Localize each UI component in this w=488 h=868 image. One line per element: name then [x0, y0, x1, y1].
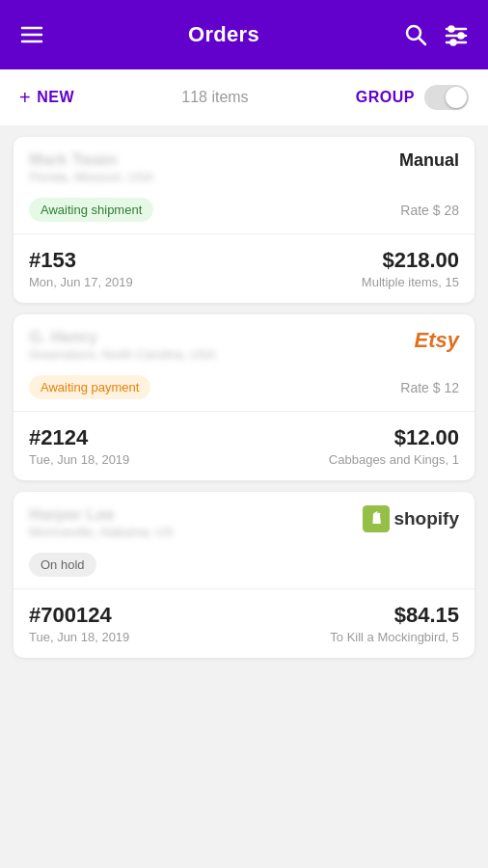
new-button[interactable]: + NEW: [19, 88, 74, 107]
order-card[interactable]: G. Henry Greensboro, North Carolina, USA…: [14, 314, 474, 480]
order-source: Etsy: [415, 328, 459, 353]
svg-point-8: [458, 34, 463, 39]
customer-name: Harper Lee: [29, 505, 174, 525]
svg-point-10: [450, 41, 455, 45]
rate-text: Rate $ 28: [400, 203, 459, 218]
order-items: Cabbages and Kings, 1: [329, 452, 459, 467]
card-bottom: #153 Mon, Jun 17, 2019 $218.00 Multiple …: [14, 234, 474, 303]
badge-row: Awaiting shipment Rate $ 28: [29, 198, 459, 222]
status-badge: Awaiting payment: [29, 375, 150, 399]
orders-list: Mark Twain Florida, Missouri, USA Manual…: [0, 125, 488, 669]
customer-name: Mark Twain: [29, 150, 153, 170]
toggle-knob: [446, 87, 467, 108]
new-label: NEW: [37, 89, 74, 106]
card-top: G. Henry Greensboro, North Carolina, USA…: [14, 314, 474, 412]
customer-location: Florida, Missouri, USA: [29, 170, 153, 184]
order-number: #2124: [29, 425, 129, 450]
card-bottom: #700124 Tue, Jun 18, 2019 $84.15 To Kill…: [14, 589, 474, 658]
menu-icon[interactable]: [19, 22, 44, 47]
filter-icon[interactable]: [444, 22, 469, 47]
plus-icon: +: [19, 88, 31, 107]
shopify-bag-icon: [363, 505, 390, 532]
toolbar: + NEW 118 items GROUP: [0, 69, 488, 125]
order-source: shopify: [363, 505, 459, 532]
status-badge: On hold: [29, 553, 96, 577]
card-bottom-row: #153 Mon, Jun 17, 2019 $218.00 Multiple …: [29, 248, 459, 289]
app-header: Orders: [0, 0, 488, 69]
svg-point-6: [448, 27, 453, 32]
order-amount: $84.15: [330, 603, 459, 628]
order-date: Mon, Jun 17, 2019: [29, 275, 133, 289]
order-date: Tue, Jun 18, 2019: [29, 452, 129, 467]
group-label[interactable]: GROUP: [356, 89, 415, 106]
card-top: Harper Lee Monroeville, Alabama, US shop…: [14, 492, 474, 589]
card-header-row: Mark Twain Florida, Missouri, USA Manual: [29, 150, 459, 194]
customer-location: Greensboro, North Carolina, USA: [29, 347, 216, 362]
order-number: #700124: [29, 603, 129, 628]
badge-row: On hold: [29, 553, 459, 577]
group-toggle[interactable]: [424, 85, 469, 110]
items-count: 118 items: [74, 89, 356, 106]
card-bottom-row: #700124 Tue, Jun 18, 2019 $84.15 To Kill…: [29, 603, 459, 644]
svg-line-4: [419, 39, 425, 45]
customer-location: Monroeville, Alabama, US: [29, 525, 174, 539]
order-number: #153: [29, 248, 133, 273]
order-items: Multiple items, 15: [362, 275, 459, 289]
card-header-row: G. Henry Greensboro, North Carolina, USA…: [29, 328, 459, 371]
order-card[interactable]: Harper Lee Monroeville, Alabama, US shop…: [14, 492, 474, 658]
page-title: Orders: [188, 22, 259, 47]
badge-row: Awaiting payment Rate $ 12: [29, 375, 459, 399]
order-card[interactable]: Mark Twain Florida, Missouri, USA Manual…: [14, 137, 474, 303]
order-items: To Kill a Mockingbird, 5: [330, 630, 459, 644]
card-bottom-row: #2124 Tue, Jun 18, 2019 $12.00 Cabbages …: [29, 425, 459, 467]
shopify-label: shopify: [393, 508, 459, 529]
order-source: Manual: [399, 150, 459, 171]
rate-text: Rate $ 12: [400, 380, 459, 395]
card-top: Mark Twain Florida, Missouri, USA Manual…: [14, 137, 474, 234]
customer-name: G. Henry: [29, 328, 216, 347]
status-badge: Awaiting shipment: [29, 198, 153, 222]
card-header-row: Harper Lee Monroeville, Alabama, US shop…: [29, 505, 459, 549]
order-date: Tue, Jun 18, 2019: [29, 630, 129, 644]
card-bottom: #2124 Tue, Jun 18, 2019 $12.00 Cabbages …: [14, 412, 474, 480]
order-amount: $218.00: [362, 248, 459, 273]
search-icon[interactable]: [403, 22, 428, 47]
order-amount: $12.00: [329, 425, 459, 450]
